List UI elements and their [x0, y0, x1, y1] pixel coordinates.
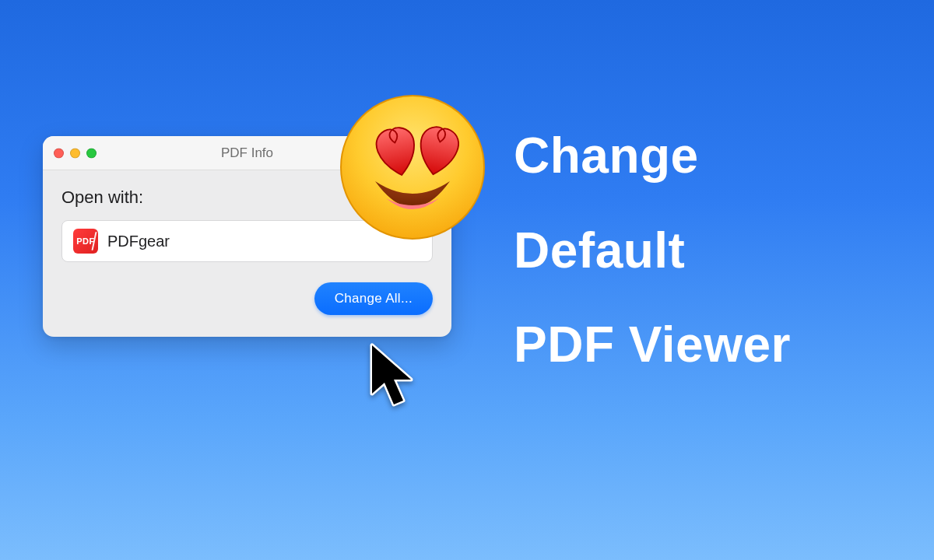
cursor-icon — [366, 342, 420, 412]
zoom-icon[interactable] — [86, 148, 97, 158]
headline: Change Default PDF Viewer — [514, 109, 791, 393]
action-row: Change All... — [61, 282, 433, 315]
window-controls — [54, 148, 97, 158]
headline-line-2: Default — [514, 204, 791, 299]
headline-line-3: PDF Viewer — [514, 298, 791, 393]
close-icon[interactable] — [54, 148, 64, 158]
svg-point-0 — [341, 96, 484, 239]
app-name: PDFgear — [107, 233, 170, 250]
heart-eyes-emoji-icon — [335, 89, 490, 245]
change-all-button[interactable]: Change All... — [314, 282, 433, 315]
app-icon-text: PDF — [76, 236, 95, 246]
pdfgear-app-icon: PDF — [73, 229, 98, 254]
headline-line-1: Change — [514, 109, 791, 204]
minimize-icon[interactable] — [70, 148, 80, 158]
